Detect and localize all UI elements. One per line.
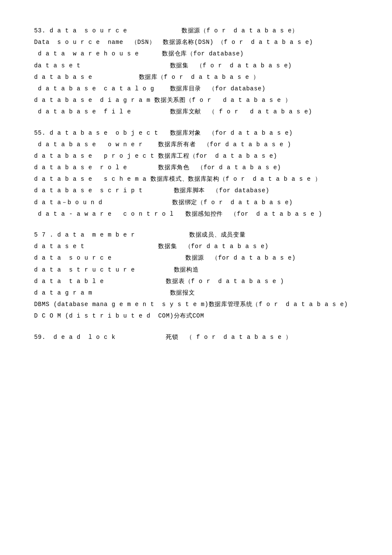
entry-e7: d a t a b a s e d i a g r a m 数据关系图（f o … [34, 95, 358, 106]
entry-e6: d a t a b a s e c a t a l o g 数据库目录 （for… [34, 84, 358, 94]
entry-e9: 55. d a t a b a s e o b j e c t 数据库对象 （f… [34, 128, 358, 139]
entry-e20: d a t a s t r u c t u r e 数据构造 [34, 265, 358, 275]
entry-e13: d a t a b a s e s c h e m a 数据库模式、数据库架构（… [34, 174, 358, 185]
entry-e14: d a t a b a s e s c r i p t 数据库脚本 （for d… [34, 185, 358, 196]
entry-e15: d a t a－b o u n d 数据绑定（f o r d a t a b a… [34, 197, 358, 208]
entry-e3: d a t a w a r e h o u s e 数据仓库（for datab… [34, 49, 358, 59]
entry-e8: d a t a b a s e f i l e 数据库文献 （ f o r d … [34, 107, 358, 117]
entry-e2: Data s o u r c e name （DSN） 数据源名称(DSN) （… [34, 37, 358, 48]
section-section-53: 53. d a t a s o u r c e 数据源（f o r d a t … [34, 26, 358, 118]
entry-e23: DBMS (database mana g e m e n t s y s t … [34, 299, 358, 310]
entry-e5: d a t a b a s e 数据库（f o r d a t a b a s … [34, 72, 358, 83]
section-section-59: 59. d e a d l o c k 死锁 （ f o r d a t a b… [34, 332, 358, 343]
entry-e10: d a t a b a s e o w n e r 数据库所有者 （for d … [34, 139, 358, 150]
entry-e1: 53. d a t a s o u r c e 数据源（f o r d a t … [34, 26, 358, 36]
entry-e22: d a t a g r a m 数据报文 [34, 288, 358, 298]
entry-e21: d a t a t a b l e 数据表（f o r d a t a b a … [34, 276, 358, 287]
entry-e18: d a t a s e t 数据集 （for d a t a b a s e) [34, 241, 358, 252]
entry-e4: da t a s e t 数据集 （f o r d a t a b a s e) [34, 61, 358, 71]
entry-e19: d a t a s o u r c e 数据源 （for d a t a b a… [34, 253, 358, 263]
section-section-57: 5 7 . d a t a m e m b e r 数据成员、成员变量d a t… [34, 230, 358, 322]
page-content: 53. d a t a s o u r c e 数据源（f o r d a t … [34, 26, 358, 343]
entry-e16: d a t a - a w a r e c o n t r o l 数据感知控件… [34, 209, 358, 220]
entry-e11: d a t a b a s e p r o j e c t 数据库工程（for … [34, 151, 358, 162]
entry-e25: 59. d e a d l o c k 死锁 （ f o r d a t a b… [34, 332, 358, 343]
entry-e17: 5 7 . d a t a m e m b e r 数据成员、成员变量 [34, 230, 358, 240]
entry-e24: D C O M (d i s t r i b u t e d COM)分布式CO… [34, 311, 358, 321]
entry-e12: d a t a b a s e r o l e 数据库角色 （for d a t… [34, 162, 358, 173]
section-section-55: 55. d a t a b a s e o b j e c t 数据库对象 （f… [34, 128, 358, 220]
